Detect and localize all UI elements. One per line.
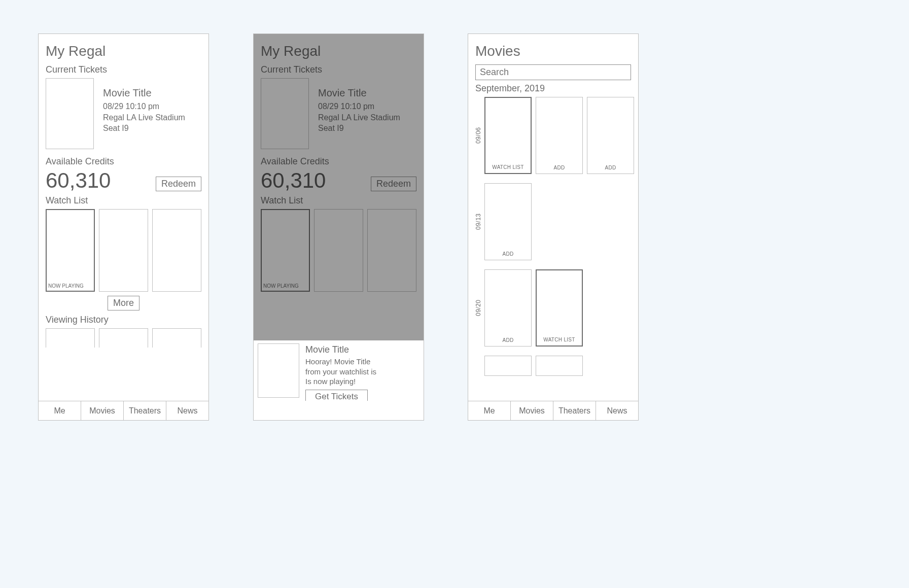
ticket-poster[interactable] xyxy=(261,78,309,149)
screen-content: My Regal Current Tickets Movie Title 08/… xyxy=(39,34,208,348)
movie-row: ADD WATCH LIST xyxy=(484,269,634,347)
movie-row: WATCH LIST ADD ADD xyxy=(484,97,634,174)
watch-card[interactable] xyxy=(99,209,148,292)
movie-card[interactable]: WATCH LIST xyxy=(536,269,583,347)
screen-content: Movies September, 2019 09/06 09/13 09/20… xyxy=(468,34,638,385)
watch-card[interactable] xyxy=(152,209,201,292)
tab-movies[interactable]: Movies xyxy=(511,401,553,420)
popup-line: from your watchlist is xyxy=(305,367,376,376)
popup-poster[interactable] xyxy=(258,343,299,398)
history-card[interactable] xyxy=(46,328,95,348)
ticket-datetime: 08/29 10:10 pm xyxy=(103,101,185,112)
ticket-info: Movie Title 08/29 10:10 pm Regal LA Live… xyxy=(103,78,185,149)
screen-my-regal-popup: My Regal Current Tickets Movie Title 08/… xyxy=(253,33,424,421)
popup-message: Hooray! Movie Title from your watchlist … xyxy=(305,357,376,387)
watch-list-label: Watch List xyxy=(46,195,201,206)
movie-card[interactable]: ADD xyxy=(536,97,583,174)
ticket-info: Movie Title 08/29 10:10 pm Regal LA Live… xyxy=(318,78,400,149)
credits-row: 60,310 Redeem xyxy=(261,170,416,191)
tab-theaters[interactable]: Theaters xyxy=(553,401,596,420)
more-button[interactable]: More xyxy=(108,296,139,310)
page-title: Movies xyxy=(475,43,631,59)
credits-row: 60,310 Redeem xyxy=(46,170,201,191)
watch-card[interactable]: NOW PLAYING xyxy=(261,209,310,292)
watch-card[interactable] xyxy=(314,209,363,292)
movie-row: ADD xyxy=(484,183,634,260)
page-title: My Regal xyxy=(46,43,201,59)
ticket-title: Movie Title xyxy=(318,87,400,99)
ticket-poster[interactable] xyxy=(46,78,94,149)
date-column: 09/06 09/13 09/20 xyxy=(475,97,481,385)
tab-theaters[interactable]: Theaters xyxy=(124,401,166,420)
movie-row xyxy=(484,356,634,376)
ticket-seat: Seat I9 xyxy=(103,123,185,134)
current-tickets-label: Current Tickets xyxy=(46,64,201,75)
more-row: More xyxy=(46,296,201,310)
popup-line: Is now playing! xyxy=(305,377,356,386)
viewing-history-label: Viewing History xyxy=(46,315,201,325)
viewing-history-row xyxy=(46,328,201,348)
popup-title: Movie Title xyxy=(305,344,376,355)
redeem-button[interactable]: Redeem xyxy=(371,177,416,191)
tab-bar: Me Movies Theaters News xyxy=(39,401,208,420)
movie-card[interactable] xyxy=(484,356,532,376)
tab-bar: Me Movies Theaters News xyxy=(468,401,638,420)
movie-card[interactable]: ADD xyxy=(587,97,634,174)
screen-movies: Movies September, 2019 09/06 09/13 09/20… xyxy=(468,33,639,421)
search-input[interactable] xyxy=(475,64,631,80)
watchlist-popup: Movie Title Hooray! Movie Title from you… xyxy=(254,340,424,401)
tab-bar xyxy=(254,401,424,420)
month-label: September, 2019 xyxy=(475,83,631,94)
movie-card[interactable]: ADD xyxy=(484,183,532,260)
ticket-title: Movie Title xyxy=(103,87,185,99)
date-label: 09/06 xyxy=(475,97,481,174)
tab-news[interactable]: News xyxy=(166,401,208,420)
ticket-theater: Regal LA Live Stadium xyxy=(103,112,185,123)
tab-news[interactable]: News xyxy=(596,401,638,420)
popup-body: Movie Title Hooray! Movie Title from you… xyxy=(305,343,376,398)
popup-line: Hooray! Movie Title xyxy=(305,357,370,366)
credits-label: Available Credits xyxy=(261,156,416,167)
movie-card[interactable]: WATCH LIST xyxy=(484,97,532,174)
credits-value: 60,310 xyxy=(46,170,111,191)
page-title: My Regal xyxy=(261,43,416,59)
ticket-datetime: 08/29 10:10 pm xyxy=(318,101,400,112)
watch-list-row: NOW PLAYING xyxy=(261,209,416,292)
watch-card[interactable]: NOW PLAYING xyxy=(46,209,95,292)
credits-value: 60,310 xyxy=(261,170,326,191)
ticket-row: Movie Title 08/29 10:10 pm Regal LA Live… xyxy=(261,78,416,149)
history-card[interactable] xyxy=(152,328,201,348)
credits-label: Available Credits xyxy=(46,156,201,167)
ticket-theater: Regal LA Live Stadium xyxy=(318,112,400,123)
movie-card[interactable] xyxy=(536,356,583,376)
movie-card[interactable]: ADD xyxy=(484,269,532,347)
tab-me[interactable]: Me xyxy=(39,401,81,420)
watch-list-row: NOW PLAYING xyxy=(46,209,201,292)
redeem-button[interactable]: Redeem xyxy=(156,177,201,191)
history-card[interactable] xyxy=(99,328,148,348)
tab-movies[interactable]: Movies xyxy=(81,401,124,420)
screen-my-regal: My Regal Current Tickets Movie Title 08/… xyxy=(38,33,209,421)
watch-list-label: Watch List xyxy=(261,195,416,206)
tab-me[interactable]: Me xyxy=(468,401,511,420)
movies-body: 09/06 09/13 09/20 WATCH LIST ADD ADD ADD… xyxy=(475,97,631,385)
current-tickets-label: Current Tickets xyxy=(261,64,416,75)
date-label: 09/20 xyxy=(475,269,481,347)
watch-card[interactable] xyxy=(367,209,416,292)
ticket-row: Movie Title 08/29 10:10 pm Regal LA Live… xyxy=(46,78,201,149)
screen-content: My Regal Current Tickets Movie Title 08/… xyxy=(254,34,424,292)
movies-grid: WATCH LIST ADD ADD ADD ADD WATCH LIST xyxy=(484,97,634,385)
ticket-seat: Seat I9 xyxy=(318,123,400,134)
date-label: 09/13 xyxy=(475,183,481,260)
